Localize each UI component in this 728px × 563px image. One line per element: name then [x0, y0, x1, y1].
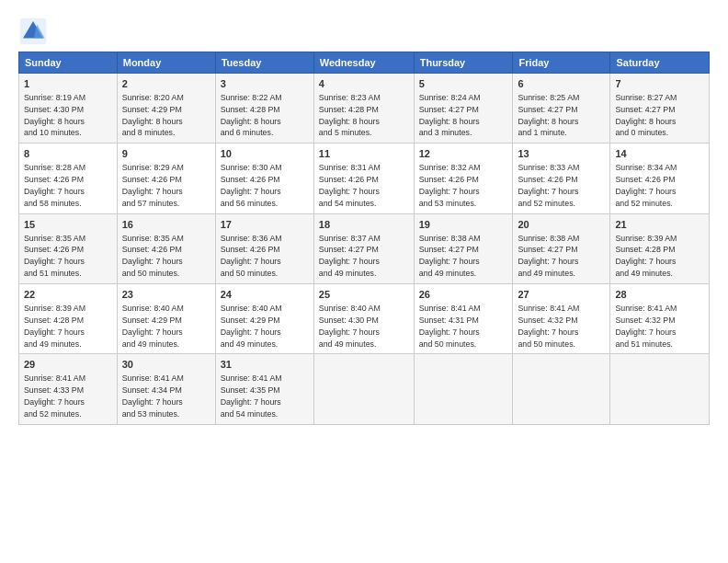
day-detail: Sunrise: 8:41 AMSunset: 4:33 PMDaylight:…: [24, 373, 85, 419]
calendar-cell: 23Sunrise: 8:40 AMSunset: 4:29 PMDayligh…: [117, 284, 215, 354]
calendar-cell: 3Sunrise: 8:22 AMSunset: 4:28 PMDaylight…: [215, 74, 313, 144]
day-detail: Sunrise: 8:35 AMSunset: 4:26 PMDaylight:…: [24, 234, 85, 279]
calendar-header-row: SundayMondayTuesdayWednesdayThursdayFrid…: [19, 52, 710, 74]
day-number: 16: [122, 218, 210, 232]
calendar-cell: 5Sunrise: 8:24 AMSunset: 4:27 PMDaylight…: [414, 74, 513, 144]
day-number: 17: [221, 218, 309, 232]
day-detail: Sunrise: 8:19 AMSunset: 4:30 PMDaylight:…: [24, 93, 85, 138]
calendar-cell: 6Sunrise: 8:25 AMSunset: 4:27 PMDaylight…: [513, 74, 610, 144]
day-detail: Sunrise: 8:34 AMSunset: 4:26 PMDaylight:…: [615, 163, 677, 208]
calendar-cell: [513, 354, 610, 424]
day-detail: Sunrise: 8:38 AMSunset: 4:27 PMDaylight:…: [518, 234, 579, 279]
day-detail: Sunrise: 8:20 AMSunset: 4:29 PMDaylight:…: [122, 93, 184, 138]
day-detail: Sunrise: 8:35 AMSunset: 4:26 PMDaylight:…: [122, 234, 184, 279]
calendar-cell: 31Sunrise: 8:41 AMSunset: 4:35 PMDayligh…: [215, 354, 313, 424]
day-number: 18: [319, 218, 409, 232]
day-number: 28: [615, 288, 704, 302]
calendar-page: SundayMondayTuesdayWednesdayThursdayFrid…: [0, 0, 728, 563]
day-header-monday: Monday: [117, 52, 215, 74]
day-number: 25: [319, 288, 409, 302]
calendar-cell: [414, 354, 513, 424]
day-number: 30: [122, 358, 210, 372]
day-detail: Sunrise: 8:41 AMSunset: 4:34 PMDaylight:…: [122, 373, 184, 419]
day-header-friday: Friday: [513, 52, 610, 74]
calendar-cell: 26Sunrise: 8:41 AMSunset: 4:31 PMDayligh…: [414, 284, 513, 354]
day-number: 6: [518, 77, 605, 91]
day-header-saturday: Saturday: [610, 52, 710, 74]
day-detail: Sunrise: 8:32 AMSunset: 4:26 PMDaylight:…: [419, 163, 481, 208]
day-number: 4: [319, 77, 409, 91]
calendar-week-5: 29Sunrise: 8:41 AMSunset: 4:33 PMDayligh…: [19, 354, 710, 424]
day-detail: Sunrise: 8:41 AMSunset: 4:32 PMDaylight:…: [518, 304, 579, 349]
calendar-week-2: 8Sunrise: 8:28 AMSunset: 4:26 PMDaylight…: [19, 144, 710, 213]
calendar-cell: 19Sunrise: 8:38 AMSunset: 4:27 PMDayligh…: [414, 213, 513, 283]
day-number: 29: [24, 358, 112, 372]
day-number: 7: [615, 77, 704, 91]
day-detail: Sunrise: 8:28 AMSunset: 4:26 PMDaylight:…: [24, 163, 85, 208]
calendar-cell: 24Sunrise: 8:40 AMSunset: 4:29 PMDayligh…: [215, 284, 313, 354]
day-detail: Sunrise: 8:40 AMSunset: 4:29 PMDaylight:…: [122, 304, 184, 349]
day-number: 19: [419, 218, 508, 232]
day-detail: Sunrise: 8:23 AMSunset: 4:28 PMDaylight:…: [319, 93, 381, 138]
calendar-cell: 30Sunrise: 8:41 AMSunset: 4:34 PMDayligh…: [117, 354, 215, 424]
calendar-cell: 28Sunrise: 8:41 AMSunset: 4:32 PMDayligh…: [610, 284, 710, 354]
calendar-cell: 14Sunrise: 8:34 AMSunset: 4:26 PMDayligh…: [610, 144, 710, 213]
day-detail: Sunrise: 8:24 AMSunset: 4:27 PMDaylight:…: [419, 93, 481, 138]
day-header-tuesday: Tuesday: [215, 52, 313, 74]
day-detail: Sunrise: 8:41 AMSunset: 4:31 PMDaylight:…: [419, 304, 481, 349]
day-detail: Sunrise: 8:40 AMSunset: 4:29 PMDaylight:…: [221, 304, 282, 349]
calendar-cell: 16Sunrise: 8:35 AMSunset: 4:26 PMDayligh…: [117, 213, 215, 283]
day-number: 27: [518, 288, 605, 302]
day-detail: Sunrise: 8:22 AMSunset: 4:28 PMDaylight:…: [221, 93, 282, 138]
day-detail: Sunrise: 8:39 AMSunset: 4:28 PMDaylight:…: [615, 234, 677, 279]
calendar-cell: 27Sunrise: 8:41 AMSunset: 4:32 PMDayligh…: [513, 284, 610, 354]
header: [18, 17, 710, 46]
calendar-cell: 18Sunrise: 8:37 AMSunset: 4:27 PMDayligh…: [313, 213, 414, 283]
calendar-cell: [610, 354, 710, 424]
day-number: 13: [518, 147, 605, 161]
day-number: 3: [221, 77, 309, 91]
day-detail: Sunrise: 8:41 AMSunset: 4:32 PMDaylight:…: [615, 304, 677, 349]
calendar-week-1: 1Sunrise: 8:19 AMSunset: 4:30 PMDaylight…: [19, 74, 710, 144]
calendar-week-4: 22Sunrise: 8:39 AMSunset: 4:28 PMDayligh…: [19, 284, 710, 354]
day-detail: Sunrise: 8:39 AMSunset: 4:28 PMDaylight:…: [24, 304, 85, 349]
day-number: 2: [122, 77, 210, 91]
day-number: 20: [518, 218, 605, 232]
calendar-week-3: 15Sunrise: 8:35 AMSunset: 4:26 PMDayligh…: [19, 213, 710, 283]
day-number: 24: [221, 288, 309, 302]
day-number: 11: [319, 147, 409, 161]
day-number: 1: [24, 77, 112, 91]
day-detail: Sunrise: 8:40 AMSunset: 4:30 PMDaylight:…: [319, 304, 381, 349]
day-header-thursday: Thursday: [414, 52, 513, 74]
day-number: 31: [221, 358, 309, 372]
day-number: 8: [24, 147, 112, 161]
calendar-table: SundayMondayTuesdayWednesdayThursdayFrid…: [18, 52, 710, 425]
day-detail: Sunrise: 8:31 AMSunset: 4:26 PMDaylight:…: [319, 163, 381, 208]
calendar-cell: 21Sunrise: 8:39 AMSunset: 4:28 PMDayligh…: [610, 213, 710, 283]
calendar-cell: 4Sunrise: 8:23 AMSunset: 4:28 PMDaylight…: [313, 74, 414, 144]
calendar-cell: 20Sunrise: 8:38 AMSunset: 4:27 PMDayligh…: [513, 213, 610, 283]
day-detail: Sunrise: 8:27 AMSunset: 4:27 PMDaylight:…: [615, 93, 677, 138]
calendar-cell: 7Sunrise: 8:27 AMSunset: 4:27 PMDaylight…: [610, 74, 710, 144]
day-header-sunday: Sunday: [19, 52, 118, 74]
day-number: 15: [24, 218, 112, 232]
calendar-cell: 25Sunrise: 8:40 AMSunset: 4:30 PMDayligh…: [313, 284, 414, 354]
day-number: 10: [221, 147, 309, 161]
day-number: 21: [615, 218, 704, 232]
calendar-cell: 13Sunrise: 8:33 AMSunset: 4:26 PMDayligh…: [513, 144, 610, 213]
day-detail: Sunrise: 8:25 AMSunset: 4:27 PMDaylight:…: [518, 93, 579, 138]
day-detail: Sunrise: 8:29 AMSunset: 4:26 PMDaylight:…: [122, 163, 184, 208]
logo: [18, 17, 51, 46]
calendar-cell: 2Sunrise: 8:20 AMSunset: 4:29 PMDaylight…: [117, 74, 215, 144]
calendar-cell: 22Sunrise: 8:39 AMSunset: 4:28 PMDayligh…: [19, 284, 118, 354]
day-number: 22: [24, 288, 112, 302]
day-number: 23: [122, 288, 210, 302]
calendar-cell: 17Sunrise: 8:36 AMSunset: 4:26 PMDayligh…: [215, 213, 313, 283]
calendar-cell: 15Sunrise: 8:35 AMSunset: 4:26 PMDayligh…: [19, 213, 118, 283]
day-number: 14: [615, 147, 704, 161]
calendar-cell: 12Sunrise: 8:32 AMSunset: 4:26 PMDayligh…: [414, 144, 513, 213]
calendar-cell: 10Sunrise: 8:30 AMSunset: 4:26 PMDayligh…: [215, 144, 313, 213]
logo-icon: [18, 17, 48, 46]
day-number: 26: [419, 288, 508, 302]
day-detail: Sunrise: 8:33 AMSunset: 4:26 PMDaylight:…: [518, 163, 579, 208]
